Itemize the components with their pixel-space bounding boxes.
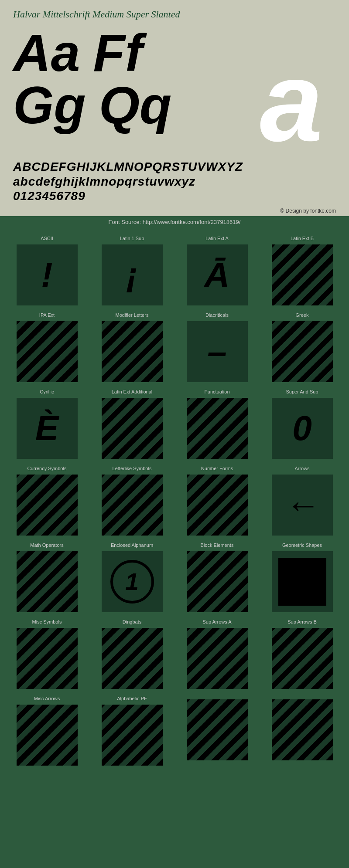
glyph-arrow-char: ← [285,488,320,522]
glyph-circle-box: 1 [102,551,163,612]
glyph-label: Latin Ext A [205,236,229,241]
glyph-cell: Alphabetic PF [89,692,174,769]
glyph-char-box: ! [17,244,78,305]
glyph-cell: Enclosed Alphanum 1 [89,539,174,616]
glyph-cell: Number Forms [174,462,260,539]
glyph-cell: IPA Ext [4,309,89,386]
glyph-cell [174,692,260,769]
glyph-striped [272,321,333,382]
glyph-striped [17,321,78,382]
glyph-label: Block Elements [201,542,234,548]
glyph-label: Alphabetic PF [117,696,147,701]
glyph-cell: Math Operators [4,539,89,616]
glyph-arrow-box: ← [272,475,333,536]
glyph-cell: Latin Ext Additional [89,386,174,462]
glyph-label: ASCII [41,236,53,241]
digits: 0123456789 [13,189,336,203]
glyph-label: Math Operators [30,542,63,548]
glyph-char-box: ¡ [102,244,163,305]
glyph-label: Arrows [294,466,309,471]
glyph-cell: Latin 1 Sup ¡ [89,232,174,309]
glyph-cell: Misc Arrows [4,692,89,769]
glyph-label: Misc Symbols [32,619,62,624]
glyph-label: Super And Sub [286,389,318,394]
glyph-cell: Sup Arrows A [174,616,260,692]
copyright-text: © Design by fontke.com [280,208,336,214]
glyph-cell [260,692,345,769]
glyph-label: Greek [296,312,309,318]
glyph-cell: ASCII ! [4,232,89,309]
glyph-label: Punctuation [204,389,229,394]
glyph-cell: Cyrillic È [4,386,89,462]
glyph-character: È [35,411,58,446]
glyph-label: Modifier Letters [116,312,149,318]
glyph-character: 0 [292,411,312,446]
glyph-label: Sup Arrows B [287,619,317,624]
glyph-cell: Sup Arrows B [260,616,345,692]
glyph-striped [102,705,163,766]
glyph-character: ! [41,258,53,292]
glyph-character: – [207,334,227,369]
glyph-striped [102,398,163,459]
glyph-blacksquare-box [272,551,333,612]
glyph-striped [187,628,248,689]
glyph-striped [272,699,333,760]
glyph-label: Diacriticals [205,312,229,318]
glyph-striped [187,699,248,760]
glyph-label: Currency Symbols [27,466,67,471]
glyph-character: ¡ [126,258,138,292]
glyph-char-box: 0 [272,398,333,459]
glyph-cell: Latin Ext A Ā [174,232,260,309]
glyph-striped [272,244,333,305]
glyph-striped [187,551,248,612]
glyph-label: Geometric Shapes [282,542,322,548]
glyph-striped [102,321,163,382]
glyph-label: Dingbats [123,619,141,624]
glyph-cell: Misc Symbols [4,616,89,692]
letter-qq: Qq [99,79,172,131]
glyph-cell: Currency Symbols [4,462,89,539]
letter-a-big: a [260,51,323,153]
glyph-label: Sup Arrows A [202,619,231,624]
glyph-striped [102,475,163,536]
lowercase-alphabet: abcdefghijklmnopqrstuvwxyz [13,174,336,189]
glyph-label: Latin Ext B [291,236,314,241]
glyph-label: Misc Arrows [34,696,60,701]
glyph-striped [17,705,78,766]
glyph-striped [17,551,78,612]
glyph-label: Enclosed Alphanum [111,542,153,548]
glyph-label: Latin Ext Additional [112,389,153,394]
glyph-char-box: – [187,321,248,382]
font-title: Halvar Mittelschrift Medium Super Slante… [13,9,336,20]
glyph-cell: Greek [260,309,345,386]
glyph-cell: Punctuation [174,386,260,462]
glyph-cell: Diacriticals – [174,309,260,386]
circle-one-text: 1 [125,568,139,596]
glyph-label: Latin 1 Sup [120,236,144,241]
glyph-label: Number Forms [201,466,233,471]
glyph-label: Cyrillic [40,389,54,394]
glyph-cell: Modifier Letters [89,309,174,386]
glyph-char-box: Ā [187,244,248,305]
source-text: Font Source: http://www.fontke.com/font/… [109,219,241,225]
glyph-cell: Block Elements [174,539,260,616]
glyph-striped [187,475,248,536]
letter-ff: Ff [93,27,142,79]
glyph-cell: Geometric Shapes [260,539,345,616]
glyphs-grid: ASCII ! Latin 1 Sup ¡ Latin Ext A Ā Lati… [0,228,349,773]
glyph-cell: Dingbats [89,616,174,692]
glyph-character: Ā [205,258,230,292]
glyph-striped [102,628,163,689]
glyph-cell: Arrows ← [260,462,345,539]
glyph-char-box: È [17,398,78,459]
letter-aa: Aa [13,27,80,79]
glyph-cell: Letterlike Symbols [89,462,174,539]
glyph-striped [17,475,78,536]
glyph-striped [187,398,248,459]
glyph-cell: Super And Sub 0 [260,386,345,462]
glyph-striped [272,628,333,689]
circle-one: 1 [110,560,154,604]
glyph-label: Letterlike Symbols [113,466,152,471]
glyph-striped [17,628,78,689]
glyph-label: IPA Ext [39,312,55,318]
